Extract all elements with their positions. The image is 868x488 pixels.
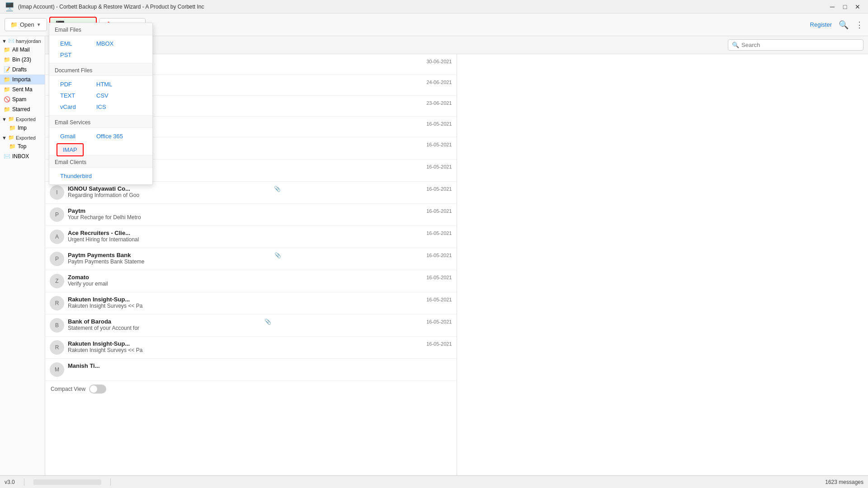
spam-label: Spam (12, 96, 26, 103)
email-list-item[interactable]: ZZomato16-05-2021Verify your email (45, 270, 457, 292)
folder-icon: 📁 (4, 86, 10, 93)
search-icon: 🔍 (732, 42, 739, 48)
sidebar-item-imp[interactable]: 📁 Imp (0, 123, 45, 133)
more-options-button[interactable]: ⋮ (855, 20, 863, 30)
sidebar-item-allmail[interactable]: 📁 All Mail (0, 45, 45, 55)
email-list-item[interactable]: RRakuten Insight-Sup...16-05-2021Rakuten… (45, 292, 457, 314)
sent-label: Sent Ma (12, 86, 33, 93)
sidebar-item-starred[interactable]: 📁 Starred (0, 104, 45, 114)
email-item-content: Manish Ti... (68, 362, 452, 369)
email-sender: IGNOU Satyawati Co... (68, 185, 130, 192)
email-item-header: IGNOU Satyawati Co...📎16-05-2021 (68, 185, 452, 192)
search-toolbar-button[interactable]: 🔍 (839, 20, 849, 30)
email-files-section-title: Email Files (49, 23, 152, 35)
spam-icon: 🚫 (4, 96, 10, 103)
email-list-item[interactable]: RRakuten Insight-Sup...16-05-2021Rakuten… (45, 337, 457, 359)
account-icon: ✉️ (8, 38, 14, 44)
maximize-button[interactable]: □ (839, 2, 851, 12)
compact-view-toggle[interactable] (89, 385, 106, 394)
csv-option[interactable]: CSV (91, 90, 127, 101)
email-item-row: PPaytm16-05-2021Your Recharge for Delhi … (50, 207, 452, 222)
email-list-item[interactable]: IIGNOU Satyawati Co...📎16-05-2021Regardi… (45, 182, 457, 204)
email-sender: Rakuten Insight-Sup... (68, 296, 130, 303)
window-title: (Imap Account) - Corbett Backup & Restor… (18, 4, 204, 10)
email-list-item[interactable]: PPaytm16-05-2021Your Recharge for Delhi … (45, 204, 457, 226)
email-sender: Ace Recruiters - Clie... (68, 230, 130, 236)
text-option[interactable]: TEXT (55, 90, 91, 101)
email-list-item[interactable]: PPaytm Payments Bank📎16-05-2021Paytm Pay… (45, 248, 457, 270)
open-button[interactable]: 📁 Open ▼ (5, 18, 47, 31)
email-item-row: BBank of Baroda📎16-05-2021Statement of y… (50, 318, 452, 333)
inbox-label: INBOX (12, 153, 29, 160)
avatar: Z (50, 274, 64, 288)
sidebar-item-spam[interactable]: 🚫 Spam (0, 94, 45, 104)
sidebar-item-top[interactable]: 📁 Top (0, 141, 45, 151)
html-option[interactable]: HTML (91, 79, 127, 90)
register-button[interactable]: Register (810, 21, 832, 28)
folder-icon: 📁 (4, 76, 10, 83)
email-subject: Statement of your Account for (68, 325, 452, 331)
vcard-option[interactable]: vCard (55, 101, 91, 113)
folder-icon: 📁 (8, 116, 14, 122)
document-files-section-title: Document Files (49, 64, 152, 76)
sidebar-item-drafts[interactable]: 📝 Drafts (0, 65, 45, 75)
eml-option[interactable]: EML (55, 38, 91, 49)
email-sender: Paytm Payments Bank (68, 252, 131, 258)
email-list-item[interactable]: BBank of Baroda📎16-05-2021Statement of y… (45, 314, 457, 337)
pst-option[interactable]: PST (55, 49, 91, 61)
bin-label: Bin (23) (12, 56, 31, 63)
email-subject: Your Recharge for Delhi Metro (68, 214, 452, 221)
open-arrow-icon: ▼ (37, 22, 41, 27)
avatar: B (50, 318, 64, 333)
sidebar-account-group: ▼ ✉️ harryjordan (0, 36, 45, 45)
close-button[interactable]: ✕ (852, 2, 863, 12)
email-sender: Bank of Baroda (68, 318, 111, 325)
status-bar: v3.0 1623 messages (0, 475, 868, 488)
preview-pane (457, 54, 868, 475)
sidebar-item-inbox[interactable]: ✉️ INBOX (0, 151, 45, 161)
sidebar-exported-group1: ▼ 📁 Exported (0, 114, 45, 123)
folder-icon: 📁 (4, 106, 10, 113)
email-subject: Regarding Information of Goo (68, 192, 452, 198)
app-icon: 🖥️ (5, 2, 14, 12)
gmail-option[interactable]: Gmail (55, 131, 91, 142)
office365-option[interactable]: Office 365 (91, 131, 128, 142)
ics-option[interactable]: ICS (91, 101, 127, 113)
minimize-button[interactable]: ─ (826, 2, 838, 12)
email-date: 16-05-2021 (426, 208, 452, 214)
content-area: › Important 🔍 Zomato30-06-2021Verify you… (45, 36, 868, 475)
email-item-row: ZZomato16-05-2021Verify your email (50, 274, 452, 288)
email-list-item[interactable]: MManish Ti... (45, 359, 457, 381)
allmail-label: All Mail (12, 47, 30, 53)
email-subject: Rakuten Insight Surveys << Pa (68, 347, 452, 353)
email-date: 30-06-2021 (426, 59, 452, 64)
sidebar-item-bin[interactable]: 📁 Bin (23) (0, 55, 45, 65)
search-input[interactable] (741, 42, 859, 48)
folder-icon: 📁 (9, 143, 16, 150)
email-item-header: Bank of Baroda📎16-05-2021 (68, 318, 452, 325)
email-item-row: AAce Recruiters - Clie...16-05-2021Urgen… (50, 230, 452, 244)
document-files-grid: PDF HTML TEXT CSV vCard ICS (49, 76, 152, 115)
path-bar: › Important 🔍 (45, 36, 868, 54)
mbox-option[interactable]: MBOX (91, 38, 127, 49)
starred-label: Starred (12, 106, 30, 113)
status-divider (24, 479, 24, 486)
title-bar: 🖥️ (Imap Account) - Corbett Backup & Res… (0, 0, 868, 14)
sidebar-item-important[interactable]: 📁 Importa (0, 75, 45, 84)
email-date: 16-05-2021 (426, 275, 452, 280)
email-item-content: Zomato16-05-2021Verify your email (68, 274, 452, 287)
thunderbird-option[interactable]: Thunderbird (55, 170, 97, 182)
email-subject: Verify your email (68, 281, 452, 287)
sidebar-item-sent[interactable]: 📁 Sent Ma (0, 84, 45, 94)
email-subject: Paytm Payments Bank Stateme (68, 258, 452, 265)
imap-option[interactable]: IMAP (57, 143, 84, 156)
email-date: 23-06-2021 (426, 100, 452, 106)
avatar: R (50, 296, 64, 310)
folder-icon: 📁 (9, 125, 16, 131)
pdf-option[interactable]: PDF (55, 79, 91, 90)
email-item-row: PPaytm Payments Bank📎16-05-2021Paytm Pay… (50, 252, 452, 266)
expand-icon: ▼ (2, 117, 7, 122)
email-list-item[interactable]: AAce Recruiters - Clie...16-05-2021Urgen… (45, 226, 457, 248)
email-item-row: IIGNOU Satyawati Co...📎16-05-2021Regardi… (50, 185, 452, 200)
email-item-header: Zomato16-05-2021 (68, 274, 452, 281)
